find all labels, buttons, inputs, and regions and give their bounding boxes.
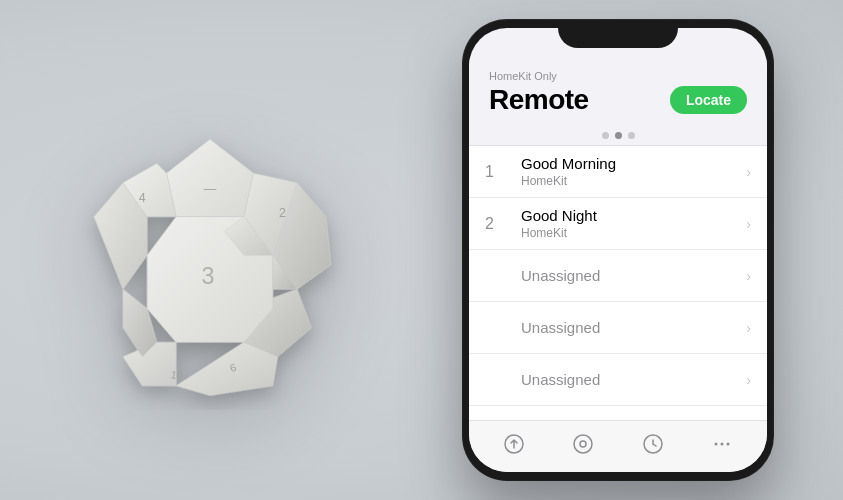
svg-point-19 [574, 435, 592, 453]
clock-icon [642, 433, 664, 460]
dots-row [469, 124, 767, 145]
list-item-1[interactable]: 1 Good Morning HomeKit › [469, 146, 767, 198]
tab-more[interactable] [697, 425, 747, 469]
item-content-2: Good Night HomeKit [521, 207, 738, 240]
chevron-1: › [746, 164, 751, 180]
tab-clock[interactable] [628, 425, 678, 469]
svg-text:4: 4 [139, 191, 146, 205]
item-content-4: Unassigned [521, 319, 738, 337]
svg-point-23 [721, 443, 724, 446]
dot-2 [615, 132, 622, 139]
list-item-2[interactable]: 2 Good Night HomeKit › [469, 198, 767, 250]
list-item-4[interactable]: Unassigned › [469, 302, 767, 354]
svg-marker-4 [176, 342, 278, 395]
locate-button[interactable]: Locate [670, 86, 747, 114]
item-content-3: Unassigned [521, 267, 738, 285]
list-item-3[interactable]: Unassigned › [469, 250, 767, 302]
header-section: HomeKit Only Remote Locate [469, 60, 767, 124]
dot-1 [602, 132, 609, 139]
scene: — 2 3 4 6 10 HomeKit Only Remote L [0, 0, 843, 500]
chevron-3: › [746, 268, 751, 284]
item-subtitle-1: HomeKit [521, 174, 738, 188]
tab-compass[interactable] [558, 425, 608, 469]
phone: HomeKit Only Remote Locate [463, 20, 773, 480]
svg-point-22 [715, 443, 718, 446]
list-item-6[interactable]: Unassigned › [469, 406, 767, 420]
item-number-1: 1 [485, 163, 509, 181]
item-title-3: Unassigned [521, 267, 738, 285]
list-item-5[interactable]: Unassigned › [469, 354, 767, 406]
svg-marker-0 [167, 139, 254, 216]
chevron-4: › [746, 320, 751, 336]
chevron-5: › [746, 372, 751, 388]
svg-text:2: 2 [279, 206, 286, 220]
remote-title: Remote [489, 84, 589, 116]
item-title-4: Unassigned [521, 319, 738, 337]
dot-3 [628, 132, 635, 139]
chevron-2: › [746, 216, 751, 232]
more-icon [711, 433, 733, 460]
item-subtitle-2: HomeKit [521, 226, 738, 240]
item-number-2: 2 [485, 215, 509, 233]
homekit-only-label: HomeKit Only [489, 70, 747, 82]
upload-icon [503, 433, 525, 460]
svg-text:—: — [204, 182, 217, 196]
compass-icon [572, 433, 594, 460]
item-content-5: Unassigned [521, 371, 738, 389]
dodecahedron: — 2 3 4 6 10 [60, 120, 360, 410]
screen-content: HomeKit Only Remote Locate [469, 28, 767, 472]
svg-point-20 [580, 441, 586, 447]
item-title-5: Unassigned [521, 371, 738, 389]
list-section: 1 Good Morning HomeKit › 2 Good Night [469, 146, 767, 420]
svg-point-24 [727, 443, 730, 446]
item-title-1: Good Morning [521, 155, 738, 173]
header-row: Remote Locate [489, 84, 747, 116]
item-title-2: Good Night [521, 207, 738, 225]
tab-bar [469, 420, 767, 472]
device-container: — 2 3 4 6 10 [60, 120, 380, 460]
phone-screen: HomeKit Only Remote Locate [469, 28, 767, 472]
phone-notch [558, 20, 678, 48]
svg-text:10: 10 [170, 368, 184, 382]
phone-container: HomeKit Only Remote Locate [463, 20, 783, 480]
tab-upload[interactable] [489, 425, 539, 469]
item-content-1: Good Morning HomeKit [521, 155, 738, 188]
svg-text:3: 3 [202, 263, 215, 289]
